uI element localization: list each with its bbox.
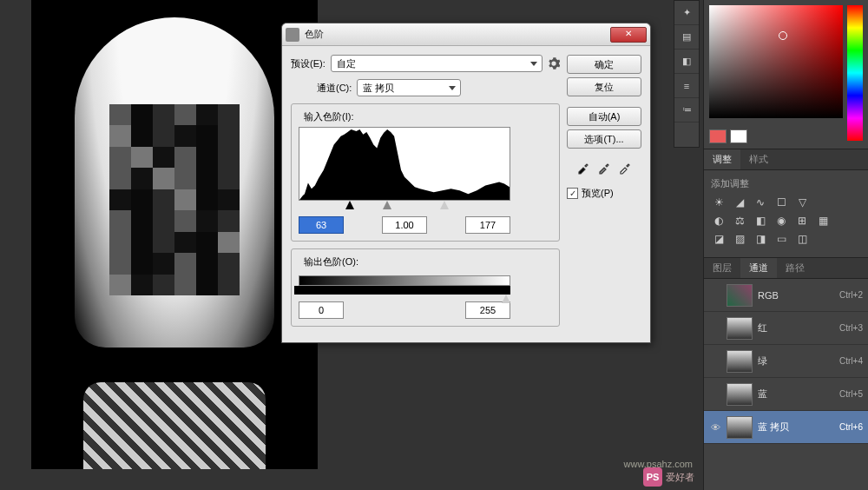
- gamma-slider[interactable]: [383, 201, 391, 209]
- vibrance-icon[interactable]: ▽: [794, 195, 810, 209]
- curves-icon[interactable]: ∿: [753, 195, 768, 209]
- hue-icon[interactable]: ◐: [711, 214, 727, 227]
- visibility-icon[interactable]: [709, 355, 721, 368]
- gear-icon[interactable]: [548, 57, 560, 70]
- channel-name: 蓝 拷贝: [758, 420, 834, 434]
- histogram[interactable]: [299, 127, 510, 201]
- adjust-tabs: 调整 样式: [704, 149, 868, 170]
- watermark: PS 爱好者: [643, 467, 694, 487]
- color-cursor[interactable]: [779, 31, 787, 40]
- dialog-titlebar[interactable]: 色阶 ✕: [282, 23, 650, 46]
- color-field[interactable]: [709, 5, 843, 118]
- input-gamma-field[interactable]: 1.00: [382, 216, 427, 234]
- levels-icon[interactable]: ◢: [732, 195, 747, 209]
- adjustments-panel: 添加调整 ☀ ◢ ∿ ☐ ▽ ◐ ⚖ ◧ ◉ ⊞ ▦ ◪ ▨ ◨ ▭ ◫: [704, 170, 868, 258]
- posterize-icon[interactable]: ▨: [732, 232, 747, 245]
- white-point-slider[interactable]: [440, 201, 449, 209]
- levels-dialog: 色阶 ✕ 预设(E): 自定 通道(C): 蓝 拷贝 输入色阶(I):: [281, 23, 651, 343]
- collapsed-panel-dock: ✦ ▤ ◧ ≡ ≔: [674, 0, 700, 148]
- options-button[interactable]: 选项(T)...: [567, 129, 641, 149]
- gradient-map-icon[interactable]: ▭: [773, 232, 789, 245]
- right-panels: 调整 样式 添加调整 ☀ ◢ ∿ ☐ ▽ ◐ ⚖ ◧ ◉ ⊞ ▦ ◪ ▨ ◨ ▭…: [703, 0, 868, 490]
- channel-item[interactable]: RGBCtrl+2: [704, 279, 868, 312]
- input-white-field[interactable]: 177: [465, 216, 510, 234]
- input-levels-group: 输入色阶(I): 63 1.00 177: [291, 103, 560, 242]
- tab-adjustments[interactable]: 调整: [704, 149, 740, 169]
- channel-shortcut: Ctrl+3: [839, 323, 863, 333]
- close-button[interactable]: ✕: [610, 27, 647, 43]
- invert-icon[interactable]: ◪: [711, 232, 727, 245]
- channel-item[interactable]: 绿Ctrl+4: [704, 345, 868, 378]
- output-black-slider[interactable]: [294, 286, 510, 295]
- properties-icon[interactable]: ◧: [674, 50, 699, 74]
- black-eyedropper-icon[interactable]: [576, 161, 590, 175]
- output-levels-label: 输出色阶(O):: [300, 255, 362, 268]
- output-white-slider[interactable]: [502, 295, 510, 303]
- channel-thumb: [727, 317, 753, 340]
- channel-item[interactable]: 蓝Ctrl+5: [704, 378, 868, 411]
- black-point-slider[interactable]: [345, 201, 354, 209]
- channel-label: 通道(C):: [317, 82, 352, 95]
- channel-name: 蓝: [758, 387, 834, 401]
- output-black-field[interactable]: 0: [299, 301, 344, 319]
- bw-icon[interactable]: ◧: [753, 214, 768, 227]
- input-levels-label: 输入色阶(I):: [300, 110, 357, 123]
- tab-channels[interactable]: 通道: [740, 258, 777, 278]
- brush-icon[interactable]: ≡: [674, 74, 699, 98]
- visibility-icon[interactable]: [709, 388, 721, 401]
- watermark-badge: PS: [643, 467, 662, 487]
- paragraph-icon[interactable]: ≔: [674, 98, 699, 122]
- channel-thumb: [727, 416, 753, 439]
- channel-item[interactable]: 👁蓝 拷贝Ctrl+6: [704, 411, 868, 444]
- lut-icon[interactable]: ▦: [815, 214, 831, 227]
- brightness-icon[interactable]: ☀: [711, 195, 727, 209]
- input-slider[interactable]: [299, 201, 510, 211]
- document-image[interactable]: [31, 0, 318, 469]
- cancel-button[interactable]: 复位: [567, 77, 641, 96]
- color-picker-panel: [704, 0, 868, 149]
- visibility-icon[interactable]: [709, 322, 721, 334]
- visibility-icon[interactable]: [709, 289, 721, 301]
- exposure-icon[interactable]: ☐: [773, 195, 789, 209]
- channel-shortcut: Ctrl+2: [839, 290, 863, 300]
- visibility-icon[interactable]: 👁: [709, 421, 721, 434]
- output-levels-group: 输出色阶(O): 0 255: [291, 248, 560, 327]
- channel-thumb: [727, 383, 753, 406]
- tab-paths[interactable]: 路径: [777, 258, 813, 278]
- channel-dropdown[interactable]: 蓝 拷贝: [357, 79, 461, 96]
- tab-layers[interactable]: 图层: [704, 258, 740, 278]
- channel-thumb: [727, 284, 753, 307]
- white-eyedropper-icon[interactable]: [618, 161, 632, 175]
- tab-styles[interactable]: 样式: [740, 149, 777, 169]
- preview-checkbox[interactable]: ✓: [567, 188, 578, 199]
- foreground-swatch[interactable]: [709, 129, 727, 143]
- auto-button[interactable]: 自动(A): [567, 107, 641, 126]
- input-black-field[interactable]: 63: [299, 216, 344, 234]
- output-gradient: [299, 275, 510, 286]
- history-icon[interactable]: ✦: [674, 1, 699, 25]
- channel-shortcut: Ctrl+6: [839, 422, 863, 432]
- channel-name: 绿: [758, 354, 834, 368]
- photo-filter-icon[interactable]: ◉: [773, 214, 789, 227]
- ok-button[interactable]: 确定: [567, 55, 641, 74]
- preset-dropdown[interactable]: 自定: [331, 55, 542, 72]
- hue-slider[interactable]: [847, 5, 863, 141]
- channel-name: 红: [758, 321, 834, 334]
- channel-shortcut: Ctrl+4: [839, 356, 863, 366]
- background-swatch[interactable]: [730, 129, 747, 143]
- mixer-icon[interactable]: ⊞: [794, 214, 810, 227]
- threshold-icon[interactable]: ◨: [753, 232, 768, 245]
- channel-name: RGB: [758, 290, 834, 301]
- selective-icon[interactable]: ◫: [794, 232, 810, 245]
- output-slider[interactable]: [299, 286, 510, 296]
- output-white-field[interactable]: 255: [465, 301, 510, 319]
- actions-icon[interactable]: ▤: [674, 25, 699, 50]
- dialog-title: 色阶: [305, 28, 610, 41]
- channel-item[interactable]: 红Ctrl+3: [704, 312, 868, 345]
- app-icon: [286, 28, 299, 42]
- gray-eyedropper-icon[interactable]: [597, 161, 611, 175]
- pixelated-face: [109, 104, 240, 295]
- watermark-text: 爱好者: [666, 471, 694, 484]
- channel-list: RGBCtrl+2红Ctrl+3绿Ctrl+4蓝Ctrl+5👁蓝 拷贝Ctrl+…: [704, 279, 868, 490]
- balance-icon[interactable]: ⚖: [732, 214, 747, 227]
